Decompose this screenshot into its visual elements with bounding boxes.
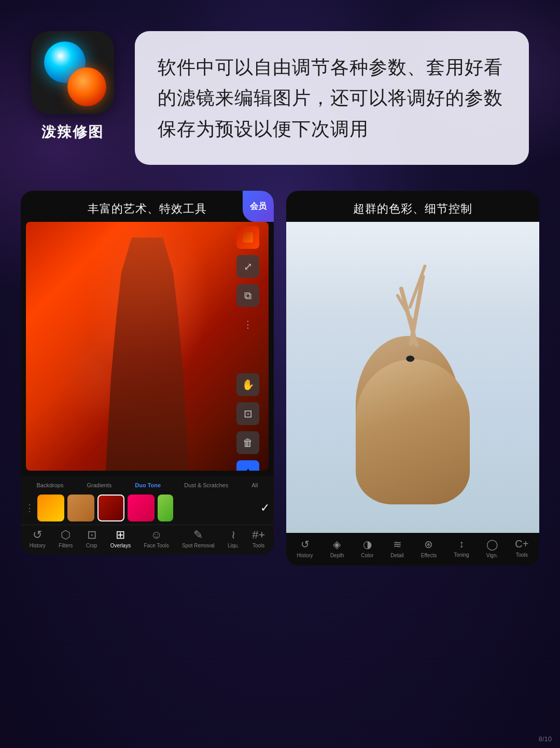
right-phone-card: 超群的色彩、细节控制 ↺ History ◈ Depth (286, 191, 539, 566)
preset-check-icon[interactable]: ✓ (260, 501, 270, 515)
left-phone-card: 会员 丰富的艺术、特效工具 ⤢ ⧉ ⋮ ✋ ⊡ 🗑 ✦ (21, 191, 274, 555)
tool-history[interactable]: ↺ History (30, 529, 46, 548)
filter-tab-dust[interactable]: Dust & Scratches (181, 481, 231, 489)
screenshots-section: 会员 丰富的艺术、特效工具 ⤢ ⧉ ⋮ ✋ ⊡ 🗑 ✦ (0, 186, 560, 586)
right-tool-detail-label: Detail (390, 553, 404, 558)
description-card: 软件中可以自由调节各种参数、套用好看的滤镜来编辑图片，还可以将调好的参数保存为预… (135, 31, 529, 165)
bottom-tools-row: ↺ History ⬡ Filters ⊡ Crop ⊞ Overlays ☺ (21, 525, 274, 555)
right-tool-tools[interactable]: C+ Tools (515, 538, 528, 558)
right-history-icon: ↺ (301, 538, 310, 551)
right-toning-icon: ↕ (459, 538, 464, 550)
liquify-icon: ≀ (231, 529, 235, 541)
right-tool-detail[interactable]: ≋ Detail (390, 538, 404, 558)
left-phone-content: ⤢ ⧉ ⋮ ✋ ⊡ 🗑 ✦ (21, 222, 274, 476)
top-section: 泼辣修图 软件中可以自由调节各种参数、套用好看的滤镜来编辑图片，还可以将调好的参… (0, 0, 560, 186)
tool-face[interactable]: ☺ Face Tools (144, 529, 169, 548)
right-tool-tools-label: Tools (516, 552, 528, 558)
right-tool-history[interactable]: ↺ History (297, 538, 313, 558)
filter-tab-duotone[interactable]: Duo Tone (132, 481, 164, 489)
crop-icon: ⊡ (87, 529, 96, 541)
watermark: 8/10 (539, 735, 552, 743)
face-icon: ☺ (150, 529, 162, 541)
tool-crop-label: Crop (86, 543, 97, 548)
right-tools-icon: C+ (515, 538, 528, 550)
right-effects-icon: ⊛ (424, 538, 433, 551)
app-name: 泼辣修图 (41, 122, 104, 142)
right-tool-effects-label: Effects (421, 553, 437, 558)
tools-icon: #+ (252, 529, 265, 541)
toolbar: Backdrops Gradients Duo Tone Dust & Scra… (21, 476, 274, 555)
description-text: 软件中可以自由调节各种参数、套用好看的滤镜来编辑图片，还可以将调好的参数保存为预… (158, 52, 506, 144)
orange-orb-icon (67, 67, 106, 106)
right-tool-depth[interactable]: ◈ Depth (330, 538, 344, 558)
preset-swatch-5[interactable] (158, 495, 173, 521)
woman-silhouette (95, 237, 199, 471)
right-tool-color[interactable]: ◑ Color (361, 538, 373, 558)
filter-tab-all[interactable]: All (248, 481, 261, 489)
vip-badge: 会员 (243, 191, 274, 222)
tool-filters[interactable]: ⬡ Filters (59, 529, 73, 548)
history-icon: ↺ (33, 529, 42, 541)
tool-history-label: History (30, 543, 46, 548)
preset-swatch-4[interactable] (128, 495, 155, 521)
right-vign-icon: ◯ (486, 538, 498, 551)
tool-liquify-label: Liqu. (228, 543, 239, 548)
eyedropper-tool[interactable]: ✦ (236, 460, 259, 471)
tool-spot-label: Spot Removal (182, 543, 215, 548)
deer-eye (406, 356, 414, 362)
filter-tabs: Backdrops Gradients Duo Tone Dust & Scra… (21, 478, 274, 491)
right-depth-icon: ◈ (333, 538, 341, 551)
right-tool-toning[interactable]: ↕ Toning (454, 538, 469, 558)
spot-icon: ✎ (193, 529, 203, 541)
tool-tools[interactable]: #+ Tools (252, 529, 265, 548)
crop-transform-tool[interactable]: ⊡ (236, 402, 259, 425)
preset-swatch-1[interactable] (37, 495, 64, 521)
tool-overlays-label: Overlays (110, 543, 131, 548)
more-button[interactable]: ⋮ (236, 313, 259, 336)
tool-face-label: Face Tools (144, 543, 169, 548)
app-icon-wrapper: 泼辣修图 (31, 31, 114, 142)
tool-overlays[interactable]: ⊞ Overlays (110, 529, 131, 548)
filters-icon: ⬡ (61, 529, 71, 541)
deer-neck (356, 359, 470, 504)
tool-filters-label: Filters (59, 543, 73, 548)
svg-rect-0 (243, 232, 253, 243)
woman-photo (26, 222, 269, 471)
tool-crop[interactable]: ⊡ Crop (86, 529, 97, 548)
right-color-icon: ◑ (363, 538, 372, 551)
right-tool-vignette[interactable]: ◯ Vign. (486, 538, 498, 558)
right-tool-toning-label: Toning (454, 552, 469, 558)
preset-menu-icon[interactable]: ⋮ (25, 502, 34, 514)
right-tools: ⤢ ⧉ ⋮ ✋ ⊡ 🗑 ✦ (236, 226, 259, 471)
tool-tools-label: Tools (253, 543, 264, 548)
preset-swatch-2[interactable] (67, 495, 94, 521)
photo-frame: ⤢ ⧉ ⋮ ✋ ⊡ 🗑 ✦ (26, 222, 269, 471)
right-panel-title: 超群的色彩、细节控制 (286, 191, 539, 222)
tool-liquify[interactable]: ≀ Liqu. (228, 529, 239, 548)
tool-spot[interactable]: ✎ Spot Removal (182, 529, 215, 548)
right-detail-icon: ≋ (393, 538, 402, 551)
overlays-icon: ⊞ (116, 529, 125, 541)
color-swatch-button[interactable] (236, 226, 259, 249)
expand-button[interactable]: ⤢ (236, 255, 259, 278)
filter-tab-backdrops[interactable]: Backdrops (34, 481, 67, 489)
right-tool-effects[interactable]: ⊛ Effects (421, 538, 437, 558)
left-panel-title: 丰富的艺术、特效工具 (21, 191, 274, 222)
filter-presets: ⋮ ✓ (21, 491, 274, 525)
filter-tab-gradients[interactable]: Gradients (84, 481, 115, 489)
copy-button[interactable]: ⧉ (236, 284, 259, 307)
right-tool-vign-label: Vign. (486, 553, 498, 558)
right-tool-color-label: Color (361, 553, 373, 558)
hand-tool[interactable]: ✋ (236, 373, 259, 396)
delete-tool[interactable]: 🗑 (236, 431, 259, 454)
deer-photo (286, 222, 539, 533)
right-bottom-tools: ↺ History ◈ Depth ◑ Color ≋ Detail ⊛ Eff… (286, 533, 539, 566)
preset-swatch-3[interactable] (97, 495, 124, 521)
right-tool-history-label: History (297, 553, 313, 558)
app-icon (31, 31, 114, 114)
right-tool-depth-label: Depth (330, 553, 344, 558)
